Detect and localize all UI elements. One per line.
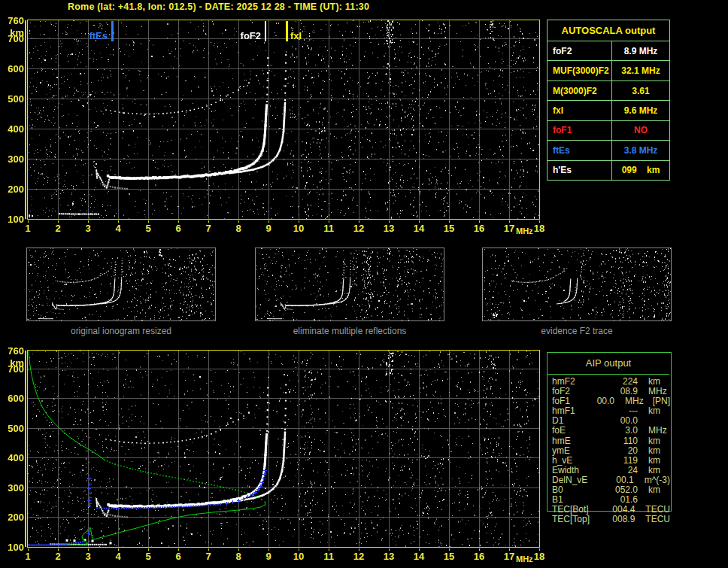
bottom-ionogram-canvas <box>28 351 539 547</box>
x-tick-mark <box>238 548 239 551</box>
autoscala-row-label: ftEs <box>548 141 612 159</box>
x-tick-mark <box>148 220 149 223</box>
y-tick-label: 600 <box>3 393 24 404</box>
aip-row-unit: km <box>638 456 660 466</box>
aip-row-unit <box>638 416 648 426</box>
autoscala-row-ftEs: ftEs3.8 MHz <box>548 141 669 160</box>
x-tick-mark <box>449 548 450 551</box>
y-tick-label: 200 <box>3 184 24 195</box>
autoscala-row-label: h'Es <box>548 161 612 180</box>
autoscala-row-fxI: fxI9.6 MHz <box>548 101 669 120</box>
autoscala-row-label: MUF(3000)F2 <box>548 61 612 80</box>
aip-row-value: 119 <box>603 456 638 466</box>
aip-row-unit: km <box>638 436 660 446</box>
x-tick-label: 7 <box>199 223 218 234</box>
autoscala-row-label: M(3000)F2 <box>548 81 612 100</box>
x-tick-mark <box>208 548 209 551</box>
bottom-ionogram-plot <box>27 350 540 548</box>
thumbnail-caption-eliminate: eliminate multiple reflections <box>255 326 444 336</box>
thumbnail-caption-original: original ionogram resized <box>26 326 216 336</box>
y-axis-spine <box>25 351 26 547</box>
y-axis-unit-label: km <box>3 357 24 369</box>
y-tick-label: 300 <box>3 153 24 165</box>
annotation-label-fxI: fxI <box>290 30 302 41</box>
x-tick-label: 4 <box>108 551 128 562</box>
annotation-line-foF2 <box>265 21 266 41</box>
aip-row-unit: MHz <box>638 426 667 436</box>
aip-row-hmE: hmE110km <box>547 436 670 446</box>
y-tick-label: 500 <box>3 423 24 434</box>
aip-row-Ewidth: Ewidth24km <box>547 466 670 475</box>
autoscala-row-value: 9.6 MHz <box>612 101 669 120</box>
y-tick-label: 760 <box>3 345 24 357</box>
x-tick-label: 16 <box>469 551 489 562</box>
x-tick-label: 15 <box>439 223 459 234</box>
x-tick-mark <box>268 220 269 223</box>
thumbnail-original-ionogram <box>26 248 216 321</box>
aip-row-label: foE <box>547 426 603 436</box>
thumbnail-evidence-f2 <box>482 248 672 321</box>
x-tick-mark <box>88 548 89 551</box>
x-tick-mark <box>299 548 299 551</box>
x-tick-label: 13 <box>379 551 399 562</box>
aip-table-header: AIP output <box>547 352 670 374</box>
y-axis-spine <box>25 20 26 219</box>
autoscala-row-label: foF1 <box>548 121 612 140</box>
x-tick-label: 1 <box>18 223 38 234</box>
aip-table-rows: hmF2224kmfoF208.9MHzfoF100.0MHz[PN]hmF1-… <box>547 377 670 524</box>
x-tick-label: 11 <box>319 223 338 234</box>
y-tick-label: 600 <box>3 63 24 74</box>
x-tick-mark <box>479 548 480 551</box>
aip-row-unit: km <box>638 406 660 416</box>
x-tick-label: 3 <box>78 551 98 562</box>
aip-table: AIP output hmF2224kmfoF208.9MHzfoF100.0M… <box>547 352 670 524</box>
thumbnail-caption-evidence: evidence F2 trace <box>482 326 672 336</box>
x-tick-label: 14 <box>409 551 429 562</box>
thumbnail-original-canvas <box>27 248 215 320</box>
autoscala-row-value: 32.1 MHz <box>612 61 669 80</box>
x-tick-label: 14 <box>409 223 429 234</box>
x-tick-label: 6 <box>168 223 188 234</box>
aip-row-unit: TECU <box>635 515 670 524</box>
x-tick-mark <box>28 220 29 223</box>
x-tick-label: 13 <box>379 223 399 234</box>
x-tick-label: 3 <box>78 223 98 234</box>
x-tick-label: 8 <box>229 223 248 234</box>
x-tick-label: 8 <box>229 551 248 562</box>
x-tick-label: 9 <box>259 223 278 234</box>
x-tick-label: 9 <box>259 551 278 562</box>
thumbnail-evidence-canvas <box>483 248 671 320</box>
aip-row-unit: km <box>638 466 660 475</box>
x-tick-mark <box>359 548 359 551</box>
aip-row-unit: km <box>638 446 660 456</box>
x-tick-mark <box>178 220 179 223</box>
autoscala-row-value: NO <box>612 121 669 140</box>
x-tick-label: 4 <box>108 223 128 234</box>
x-tick-mark <box>359 220 359 223</box>
x-tick-label: 2 <box>48 223 68 234</box>
aip-row-hmF1: hmF1---km <box>547 406 670 416</box>
x-tick-mark <box>419 220 420 223</box>
autoscala-table: AUTOSCALA output foF28.9 MHzMUF(3000)F23… <box>547 20 670 181</box>
annotation-label-ftEs: ftEs <box>76 30 108 41</box>
aip-row-B0: B0052.0km <box>547 485 670 495</box>
x-tick-mark <box>449 220 450 223</box>
x-tick-mark <box>58 220 59 223</box>
aip-row-label: Ewidth <box>547 466 603 475</box>
aip-row-value: 3.0 <box>603 426 638 436</box>
x-tick-mark <box>329 220 329 223</box>
x-axis-unit-label: MHz <box>516 226 533 235</box>
autoscala-table-header: AUTOSCALA output <box>548 20 669 41</box>
x-tick-label: 11 <box>319 551 338 562</box>
autoscala-row-MUF(3000)F2: MUF(3000)F232.1 MHz <box>548 61 669 80</box>
aip-row-label: TEC[Top] <box>547 515 602 524</box>
aip-row-value: 110 <box>603 436 638 446</box>
y-tick-label: 500 <box>3 93 24 105</box>
x-tick-label: 2 <box>48 551 68 562</box>
page-title: Rome (lat: +41.8, lon: 012.5) - DATE: 20… <box>68 2 534 12</box>
aip-header-divider <box>548 374 669 375</box>
annotation-line-fxI <box>286 21 288 41</box>
y-tick-label: 300 <box>3 482 24 494</box>
autoscala-row-value: 3.8 MHz <box>612 141 669 159</box>
aip-row-value: 008.9 <box>602 515 635 524</box>
